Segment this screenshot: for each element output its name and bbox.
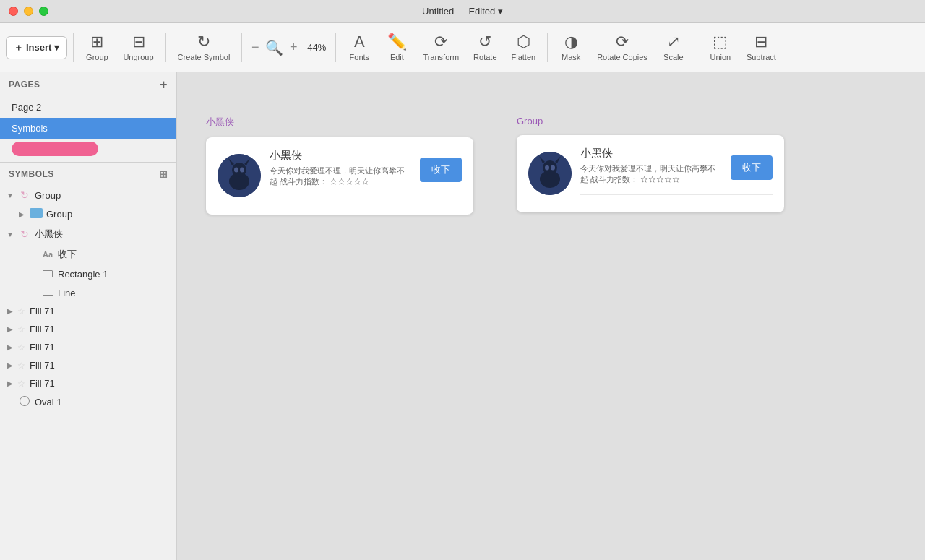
card-desc-2: 今天你对我爱理不理，明天让你高攀不起 战斗力指数： ☆☆☆☆☆: [580, 163, 722, 186]
layer-name-line: Line: [58, 288, 76, 298]
edit-button[interactable]: ✏️ Edit: [379, 30, 414, 66]
insert-button[interactable]: ＋ Insert ▾: [6, 36, 67, 59]
rotate-button[interactable]: ↺ Rotate: [468, 30, 502, 66]
card-stars-2: ☆☆☆☆☆: [640, 175, 680, 184]
zoom-in-button[interactable]: +: [286, 40, 301, 55]
card-name-2: 小黑侠: [580, 147, 722, 160]
card-group-label-2: Group: [517, 116, 784, 126]
transform-icon: ⟳: [434, 34, 447, 50]
toolbar-sep-1: [73, 33, 74, 62]
symbol-layer-icon-2: ↻: [17, 228, 32, 240]
ungroup-button[interactable]: ⊟ Ungroup: [117, 30, 159, 66]
card-inner-1: 小黑侠 今天你对我爱理不理，明天让你高攀不起 战斗力指数： ☆☆☆☆☆ 收下: [270, 149, 462, 203]
layer-name-fill4: Fill 71: [30, 360, 55, 371]
zoom-control: − 🔍 + 44%: [248, 39, 330, 56]
svg-point-12: [545, 165, 549, 171]
star-icon-5: ☆: [17, 379, 25, 389]
layer-xiaoheixia[interactable]: ▼ ↻ 小黑侠: [0, 224, 176, 244]
layer-name-shoxia: 收下: [58, 248, 77, 261]
zoom-out-button[interactable]: −: [248, 40, 262, 55]
insert-dropdown-icon: ▾: [54, 42, 59, 53]
layer-fill71-4[interactable]: ▶ ☆ Fill 71: [0, 356, 176, 374]
rotate-copies-button[interactable]: ⟳ Rotate Copies: [591, 30, 653, 66]
transform-button[interactable]: ⟳ Transform: [417, 30, 465, 66]
layer-name-fill2: Fill 71: [30, 324, 55, 335]
svg-point-6: [240, 168, 244, 173]
page-item-page2[interactable]: Page 2: [0, 97, 176, 118]
titlebar: Untitled — Edited ▾: [0, 0, 925, 23]
card-group-label-1: 小黑侠: [206, 116, 473, 129]
maximize-button[interactable]: [39, 7, 48, 16]
pages-section: Pages + Page 2 Symbols: [0, 72, 176, 163]
page-item-symbols[interactable]: Symbols: [0, 118, 176, 139]
add-page-button[interactable]: +: [160, 78, 168, 91]
insert-plus-icon: ＋: [14, 41, 23, 54]
star-icon-2: ☆: [17, 324, 25, 335]
toolbar-sep-5: [547, 33, 548, 62]
transform-label: Transform: [423, 53, 459, 61]
flatten-icon: ⬡: [517, 34, 530, 50]
card-avatar-2: [528, 152, 572, 195]
mask-button[interactable]: ◑ Mask: [554, 30, 588, 66]
toolbar: ＋ Insert ▾ ⊞ Group ⊟ Ungroup ↻ Create Sy…: [0, 23, 925, 72]
star-icon-3: ☆: [17, 343, 25, 353]
pages-header: Pages +: [0, 72, 176, 97]
card-divider-1: [270, 197, 462, 197]
subtract-button[interactable]: ⊟ Subtract: [741, 30, 782, 66]
chevron-right-fill2: ▶: [6, 325, 14, 333]
mask-label: Mask: [562, 53, 580, 61]
chevron-right-fill3: ▶: [6, 343, 14, 351]
card-top-row-2: 小黑侠 今天你对我爱理不理，明天让你高攀不起 战斗力指数： ☆☆☆☆☆ 收下: [580, 147, 773, 189]
layers-header: Symbols ⊞: [0, 163, 176, 186]
layer-fill71-5[interactable]: ▶ ☆ Fill 71: [0, 374, 176, 392]
layer-oval[interactable]: Oval 1: [0, 392, 176, 412]
scale-button[interactable]: ⤢ Scale: [656, 30, 691, 66]
layer-group-top[interactable]: ▼ ↻ Group: [0, 186, 176, 204]
title-separator: —: [457, 6, 469, 17]
minimize-button[interactable]: [24, 7, 33, 16]
layer-fill71-1[interactable]: ▶ ☆ Fill 71: [0, 302, 176, 320]
chevron-right-fill4: ▶: [6, 361, 14, 369]
fonts-button[interactable]: A Fonts: [342, 30, 377, 66]
union-button[interactable]: ⬚ Union: [703, 30, 738, 66]
page-color-indicator: [12, 142, 98, 156]
layer-group-folder[interactable]: ▶ Group: [0, 204, 176, 224]
flatten-button[interactable]: ⬡ Flatten: [506, 30, 542, 66]
symbol-layer-icon: ↻: [17, 189, 32, 201]
union-icon: ⬚: [713, 34, 728, 50]
group-button[interactable]: ⊞ Group: [79, 30, 114, 66]
traffic-lights: [9, 7, 48, 16]
line-layer-icon: [40, 287, 55, 298]
scale-label: Scale: [663, 53, 684, 61]
main-layout: Pages + Page 2 Symbols Symbols ⊞ ▼ ↻ Gro…: [0, 72, 925, 560]
card-btn-1[interactable]: 收下: [420, 158, 462, 182]
rect-layer-icon: [40, 268, 55, 280]
card-stars-1: ☆☆☆☆☆: [330, 177, 369, 186]
union-label: Union: [710, 53, 731, 61]
toolbar-sep-4: [335, 33, 336, 62]
star-icon-4: ☆: [17, 361, 25, 371]
layers-section: Symbols ⊞ ▼ ↻ Group ▶ Group ▼ ↻ 小黑侠: [0, 163, 176, 560]
card-group-2: Group: [517, 116, 784, 212]
chevron-right-icon: ▶: [17, 210, 26, 218]
card-group-1: 小黑侠: [206, 116, 473, 215]
folder-layer-icon: [29, 208, 43, 220]
ungroup-label: Ungroup: [123, 53, 153, 61]
layer-fill71-2[interactable]: ▶ ☆ Fill 71: [0, 320, 176, 338]
star-icon-1: ☆: [17, 306, 25, 316]
layer-fill71-3[interactable]: ▶ ☆ Fill 71: [0, 338, 176, 356]
title-dropdown[interactable]: ▾: [498, 6, 503, 17]
layer-shoxia[interactable]: Aa 收下: [0, 244, 176, 264]
fonts-label: Fonts: [350, 53, 370, 61]
toolbar-sep-3: [241, 33, 242, 62]
create-symbol-button[interactable]: ↻ Create Symbol: [172, 30, 236, 66]
card-container: 小黑侠: [206, 116, 784, 215]
close-button[interactable]: [9, 7, 18, 16]
layer-line[interactable]: Line: [0, 283, 176, 302]
layer-rectangle[interactable]: Rectangle 1: [0, 264, 176, 283]
svg-point-5: [234, 168, 238, 173]
avatar-image-1: [218, 154, 261, 197]
rotate-icon: ↺: [478, 34, 491, 50]
card-btn-2[interactable]: 收下: [731, 155, 773, 180]
layer-name-fill5: Fill 71: [30, 378, 55, 389]
